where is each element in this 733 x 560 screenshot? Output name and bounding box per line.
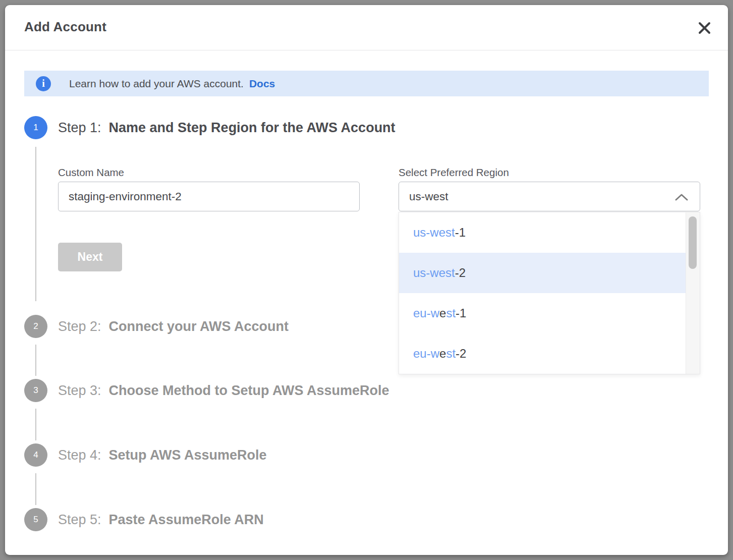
close-icon xyxy=(698,21,711,36)
region-option[interactable]: us-west-2 xyxy=(399,253,686,293)
step-5-label: Step 5: xyxy=(58,512,101,527)
chevron-up-icon[interactable] xyxy=(674,190,689,204)
option-text: -1 xyxy=(455,226,466,240)
dropdown-scrollbar-track[interactable] xyxy=(686,212,700,374)
step-5-title: Paste AssumeRole ARN xyxy=(109,512,264,527)
region-option[interactable]: eu-west-1 xyxy=(399,293,686,333)
step-1-title: Name and Step Region for the AWS Account xyxy=(109,120,396,135)
close-button[interactable] xyxy=(696,20,713,37)
step-5-header: Step 5:Paste AssumeRole ARN xyxy=(58,508,264,531)
step-1-label: Step 1: xyxy=(58,120,101,135)
option-text: e xyxy=(439,306,446,320)
next-button[interactable]: Next xyxy=(58,243,122,271)
step-2-title: Connect your AWS Account xyxy=(109,319,289,334)
step-3-header: Step 3:Choose Method to Setup AWS Assume… xyxy=(58,379,389,402)
region-dropdown: us-west-1us-west-2eu-west-1eu-west-2 xyxy=(399,212,700,374)
step-3-label: Step 3: xyxy=(58,383,101,398)
step-4-header: Step 4:Setup AWS AssumeRole xyxy=(58,443,267,467)
option-match-text: eu-w xyxy=(413,306,439,320)
option-match-text: st xyxy=(446,306,456,320)
option-match-text: st xyxy=(446,347,456,361)
custom-name-label: Custom Name xyxy=(58,166,124,179)
region-select-label: Select Preferred Region xyxy=(399,166,509,179)
modal-title: Add Account xyxy=(24,19,106,35)
option-text: -2 xyxy=(455,266,466,280)
step-connector-1 xyxy=(35,147,36,301)
modal-header: Add Account xyxy=(5,5,728,50)
region-select-input[interactable]: us-west xyxy=(399,182,700,211)
step-1-header: Step 1:Name and Step Region for the AWS … xyxy=(58,116,396,139)
step-4-title: Setup AWS AssumeRole xyxy=(109,447,267,463)
region-select-value: us-west xyxy=(409,190,448,203)
region-dropdown-options: us-west-1us-west-2eu-west-1eu-west-2 xyxy=(399,212,686,374)
option-text: -2 xyxy=(456,347,466,361)
step-4-label: Step 4: xyxy=(58,447,101,463)
info-icon: i xyxy=(36,76,51,91)
add-account-modal: Add Account i Learn how to add your AWS … xyxy=(5,5,728,555)
step-3-indicator: 3 xyxy=(24,379,47,402)
dropdown-scrollbar-thumb[interactable] xyxy=(689,216,697,269)
custom-name-input[interactable]: staging-environment-2 xyxy=(58,182,360,211)
step-connector-2 xyxy=(35,345,36,376)
banner-text: Learn how to add your AWS account. xyxy=(69,78,244,90)
option-match-text: us-west xyxy=(413,226,455,240)
info-banner: i Learn how to add your AWS account. Doc… xyxy=(24,71,709,96)
option-match-text: us-west xyxy=(413,266,455,280)
docs-link[interactable]: Docs xyxy=(249,78,275,90)
step-connector-3 xyxy=(35,409,36,440)
step-2-indicator: 2 xyxy=(24,315,47,338)
option-text: -1 xyxy=(456,306,466,320)
step-5-indicator: 5 xyxy=(24,508,47,531)
option-match-text: eu-w xyxy=(413,347,439,361)
region-option[interactable]: eu-west-2 xyxy=(399,333,686,374)
step-1-indicator: 1 xyxy=(24,116,47,139)
option-text: e xyxy=(439,347,446,361)
step-connector-4 xyxy=(35,473,36,505)
step-3-title: Choose Method to Setup AWS AssumeRole xyxy=(109,383,389,398)
step-4-indicator: 4 xyxy=(24,443,47,467)
region-option[interactable]: us-west-1 xyxy=(399,212,686,253)
step-2-label: Step 2: xyxy=(58,319,101,334)
step-2-header: Step 2:Connect your AWS Account xyxy=(58,315,289,338)
